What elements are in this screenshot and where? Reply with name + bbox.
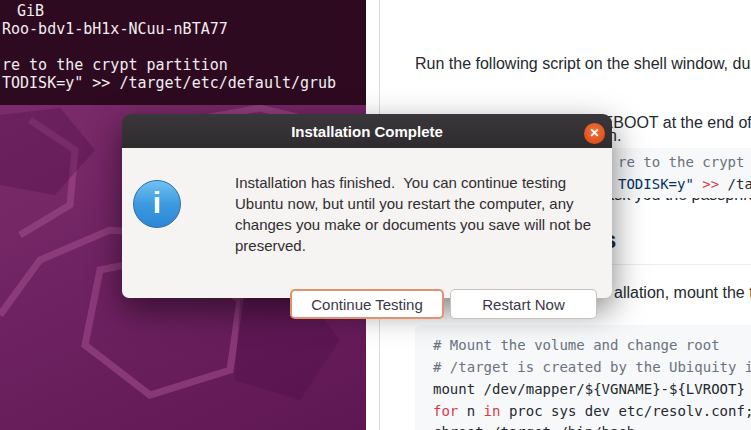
code-line: mount /dev/mapper/${VGNAME}-${LVROOT} /t… xyxy=(433,381,751,397)
info-icon: i xyxy=(133,180,181,228)
code-text: proc sys dev etc/resolv.conf; xyxy=(500,403,751,419)
terminal-line: TODISK=y" >> /target/etc/default/grub xyxy=(2,74,336,92)
code-text: /targ xyxy=(728,176,751,192)
dialog-message-line: Ubuntu now, but until you restart the co… xyxy=(235,193,591,214)
terminal-line: GiB xyxy=(8,2,44,20)
dialog-message-line: Installation has finished. You can conti… xyxy=(235,172,591,193)
dialog-message: Installation has finished. You can conti… xyxy=(235,172,591,256)
doc-paragraph-mount: allation, mount the ta xyxy=(614,281,751,305)
dialog-message-line: preserved. xyxy=(235,235,591,256)
continue-testing-button[interactable]: Continue Testing xyxy=(290,289,444,319)
code-line: for n in proc sys dev etc/resolv.conf; d… xyxy=(433,403,751,419)
code-line: chroot /target /bin/bash xyxy=(433,424,635,430)
dialog-message-line: changes you make or documents you save w… xyxy=(235,214,591,235)
dialog-titlebar[interactable]: Installation Complete ✕ xyxy=(122,114,612,148)
code-block-mount: # Mount the volume and change root # /ta… xyxy=(415,325,751,430)
code-line: # Mount the volume and change root xyxy=(433,337,720,353)
terminal-line: re to the crypt partition xyxy=(2,56,228,74)
code-string: TODISK=y" xyxy=(618,176,702,192)
code-line: # /target is created by the Ubiquity ins… xyxy=(433,359,751,375)
code-line: TODISK=y" >> /targ xyxy=(618,176,751,192)
dialog-body: i Installation has finished. You can con… xyxy=(122,148,612,298)
installation-complete-dialog: Installation Complete ✕ i Installation h… xyxy=(122,114,612,298)
code-text: n xyxy=(458,403,483,419)
terminal-window[interactable]: GiB Roo-bdv1-bH1x-NCuu-nBTA77 re to the … xyxy=(0,0,366,105)
code-keyword: for xyxy=(433,403,458,419)
code-keyword: in xyxy=(484,403,501,419)
code-line: re to the crypt pa xyxy=(618,154,751,170)
dialog-title: Installation Complete xyxy=(291,123,443,140)
code-operator: >> xyxy=(702,176,727,192)
terminal-line: Roo-bdv1-bH1x-NCuu-nBTA77 xyxy=(2,20,228,38)
restart-now-button[interactable]: Restart Now xyxy=(450,289,597,319)
close-icon[interactable]: ✕ xyxy=(584,123,605,144)
